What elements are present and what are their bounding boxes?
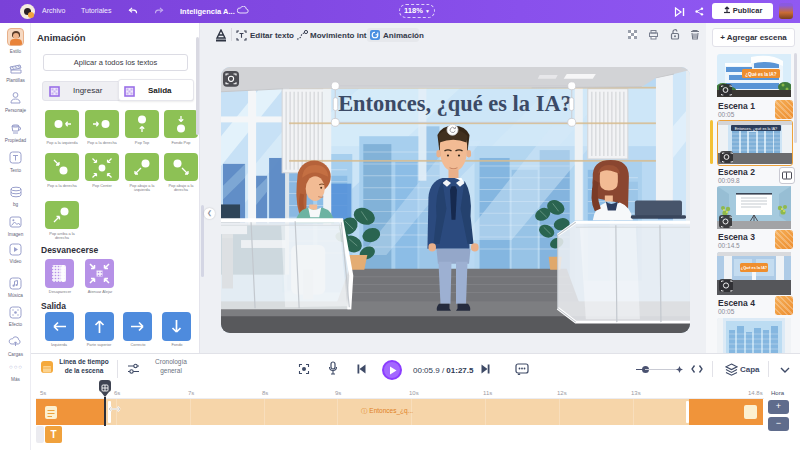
- svg-text:¿Qué es la IA?: ¿Qué es la IA?: [741, 266, 768, 270]
- svg-text:Entonces, ¿qué es la IA?: Entonces, ¿qué es la IA?: [338, 91, 572, 116]
- svg-text:¿Qué es la IA?: ¿Qué es la IA?: [745, 72, 777, 77]
- svg-text:Entonces, ¿qué es la IA?: Entonces, ¿qué es la IA?: [735, 127, 777, 131]
